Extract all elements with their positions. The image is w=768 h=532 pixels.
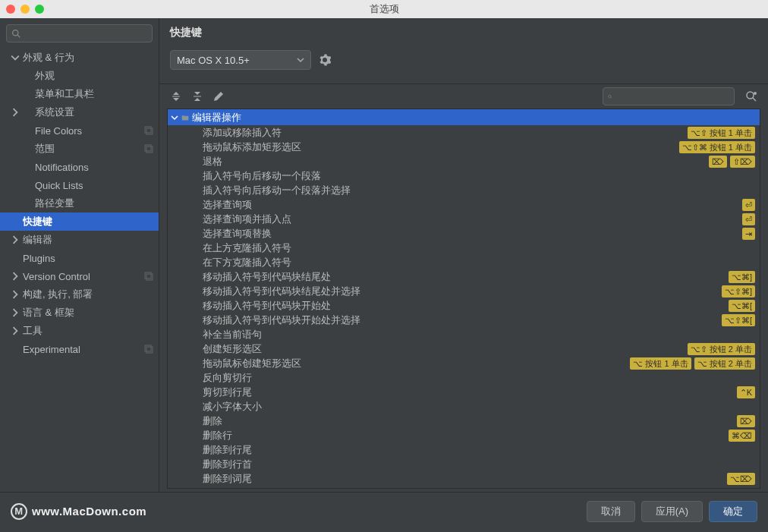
- sidebar-item-label: 菜单和工具栏: [23, 87, 154, 101]
- action-row[interactable]: 移动插入符号到代码块开始处⌥⌘[: [168, 298, 760, 313]
- settings-search-input[interactable]: [24, 28, 147, 39]
- chevron-down-icon: [171, 114, 178, 121]
- actions-list[interactable]: 编辑器操作添加或移除插入符⌥⇧ 按钮 1 单击拖动鼠标添加矩形选区⌥⇧⌘ 按钮 …: [168, 109, 760, 488]
- footer: M www.MacDown.com 取消 应用(A) 确定: [0, 492, 768, 530]
- action-row[interactable]: 删除到词尾⌥⌦: [168, 471, 760, 486]
- sidebar-item-12[interactable]: Version Control: [0, 267, 159, 285]
- action-row[interactable]: 移动插入符号到代码块开始处并选择⌥⇧⌘[: [168, 313, 760, 327]
- sidebar-item-label: File Colors: [23, 125, 143, 137]
- action-label: 添加或移除插入符: [203, 126, 685, 140]
- action-group-label: 编辑器操作: [192, 111, 241, 124]
- sidebar-item-15[interactable]: 工具: [0, 322, 159, 340]
- sidebar-item-label: Quick Lists: [23, 180, 154, 191]
- shortcut-badge: ⌥ 按钮 1 单击: [630, 357, 691, 370]
- action-row[interactable]: 移动插入符号到代码块结尾处⌥⌘]: [168, 269, 760, 284]
- sidebar-item-9[interactable]: 快捷键: [0, 212, 159, 231]
- sidebar-item-11[interactable]: Plugins: [0, 249, 159, 267]
- action-row[interactable]: 删除到行尾: [168, 442, 760, 457]
- keymap-toolbar: [159, 84, 768, 109]
- sidebar-item-0[interactable]: 外观 & 行为: [0, 49, 159, 67]
- action-row[interactable]: 剪切到行尾⌃K: [168, 385, 760, 399]
- action-row[interactable]: 拖动鼠标创建矩形选区⌥ 按钮 1 单击⌥ 按钮 2 单击: [168, 356, 760, 370]
- action-row[interactable]: 选择查询项⏎: [168, 197, 760, 212]
- svg-rect-4: [145, 145, 151, 151]
- search-icon: [11, 29, 21, 39]
- sidebar-item-label: 范围: [23, 142, 143, 156]
- svg-rect-9: [146, 347, 153, 353]
- sidebar-item-4[interactable]: File Colors: [0, 121, 159, 140]
- action-label: 在下方克隆插入符号: [203, 256, 755, 269]
- svg-point-10: [609, 95, 611, 97]
- sidebar-item-label: 系统设置: [23, 105, 154, 119]
- action-row[interactable]: 删除⌦: [168, 414, 760, 428]
- sidebar-item-10[interactable]: 编辑器: [0, 231, 159, 249]
- action-row[interactable]: 拖动鼠标添加矩形选区⌥⇧⌘ 按钮 1 单击: [168, 140, 760, 154]
- shortcut-badge: ⏎: [742, 199, 755, 211]
- ok-button[interactable]: 确定: [709, 501, 757, 522]
- sidebar-item-label: 外观: [23, 69, 154, 83]
- sidebar-item-6[interactable]: Notifications: [0, 158, 159, 176]
- action-row[interactable]: 插入符号向后移动一个段落: [168, 168, 760, 183]
- action-row[interactable]: 添加或移除插入符⌥⇧ 按钮 1 单击: [168, 125, 760, 140]
- sidebar-item-7[interactable]: Quick Lists: [0, 176, 159, 194]
- svg-line-13: [753, 98, 756, 101]
- shortcut-badge: ⌃K: [737, 386, 755, 398]
- shortcut-badge: ⌦: [737, 415, 755, 427]
- action-row[interactable]: 补全当前语句: [168, 327, 760, 342]
- action-search-input[interactable]: [615, 91, 729, 102]
- action-row[interactable]: 选择查询项替换⇥: [168, 226, 760, 241]
- sidebar-item-5[interactable]: 范围: [0, 140, 159, 158]
- sidebar-item-16[interactable]: Experimental: [0, 340, 159, 358]
- content-pane: 快捷键 Mac OS X 10.5+: [159, 18, 768, 492]
- svg-rect-6: [145, 272, 151, 279]
- close-window-button[interactable]: [6, 5, 15, 14]
- action-row[interactable]: 减小字体大小: [168, 399, 760, 414]
- action-row[interactable]: 在下方克隆插入符号: [168, 255, 760, 269]
- settings-search[interactable]: [6, 24, 153, 42]
- sidebar-item-13[interactable]: 构建, 执行, 部署: [0, 285, 159, 304]
- settings-tree: 外观 & 行为外观菜单和工具栏系统设置File Colors范围Notifica…: [0, 49, 159, 492]
- action-row[interactable]: 删除行⌘⌫: [168, 428, 760, 442]
- minimize-window-button[interactable]: [20, 5, 30, 14]
- action-label: 移动插入符号到代码块开始处并选择: [203, 313, 719, 327]
- gear-icon[interactable]: [319, 54, 331, 66]
- expand-all-button[interactable]: [167, 87, 185, 105]
- action-row[interactable]: 创建矩形选区⌥⇧ 按钮 2 单击: [168, 342, 760, 356]
- action-search[interactable]: [603, 87, 735, 105]
- action-row[interactable]: 反向剪切行: [168, 370, 760, 385]
- shortcut-badge: ⌥⇧⌘[: [722, 314, 755, 326]
- cancel-button[interactable]: 取消: [587, 501, 635, 522]
- action-row[interactable]: 退格⌦⇧⌦: [168, 154, 760, 168]
- keymap-select[interactable]: Mac OS X 10.5+: [170, 50, 311, 70]
- sidebar-item-label: Notifications: [23, 162, 154, 173]
- action-label: 删除: [203, 414, 734, 428]
- svg-rect-3: [146, 128, 153, 134]
- svg-rect-8: [145, 345, 151, 351]
- action-label: 选择查询项: [203, 198, 739, 212]
- collapse-all-button[interactable]: [188, 87, 206, 105]
- action-row[interactable]: 插入符号向后移动一个段落并选择: [168, 183, 760, 197]
- action-row[interactable]: 删除到行首: [168, 457, 760, 471]
- action-group-header[interactable]: 编辑器操作: [168, 109, 760, 125]
- apply-button[interactable]: 应用(A): [641, 501, 703, 522]
- action-row[interactable]: 选择查询项并插入点⏎: [168, 212, 760, 226]
- sidebar: 外观 & 行为外观菜单和工具栏系统设置File Colors范围Notifica…: [0, 18, 159, 492]
- sidebar-item-1[interactable]: 外观: [0, 67, 159, 85]
- action-row[interactable]: 移动插入符号到代码块结尾处并选择⌥⇧⌘]: [168, 284, 760, 298]
- shortcut-badge: ⇧⌦: [730, 156, 755, 168]
- sidebar-item-14[interactable]: 语言 & 框架: [0, 304, 159, 322]
- folder-icon: [181, 114, 189, 121]
- sidebar-item-2[interactable]: 菜单和工具栏: [0, 85, 159, 103]
- shortcut-badge: ⌥⌘[: [729, 300, 755, 312]
- svg-rect-7: [146, 274, 153, 280]
- action-row[interactable]: 在上方克隆插入符号: [168, 241, 760, 255]
- maximize-window-button[interactable]: [35, 5, 44, 14]
- svg-point-0: [13, 30, 18, 35]
- sidebar-item-3[interactable]: 系统设置: [0, 103, 159, 121]
- sidebar-item-8[interactable]: 路径变量: [0, 194, 159, 212]
- edit-shortcut-button[interactable]: [209, 87, 228, 105]
- shortcut-badge: ⌥⇧ 按钮 1 单击: [688, 127, 755, 139]
- find-by-shortcut-button[interactable]: [742, 87, 760, 105]
- action-label: 拖动鼠标添加矩形选区: [203, 140, 676, 154]
- watermark-logo: M: [11, 503, 27, 520]
